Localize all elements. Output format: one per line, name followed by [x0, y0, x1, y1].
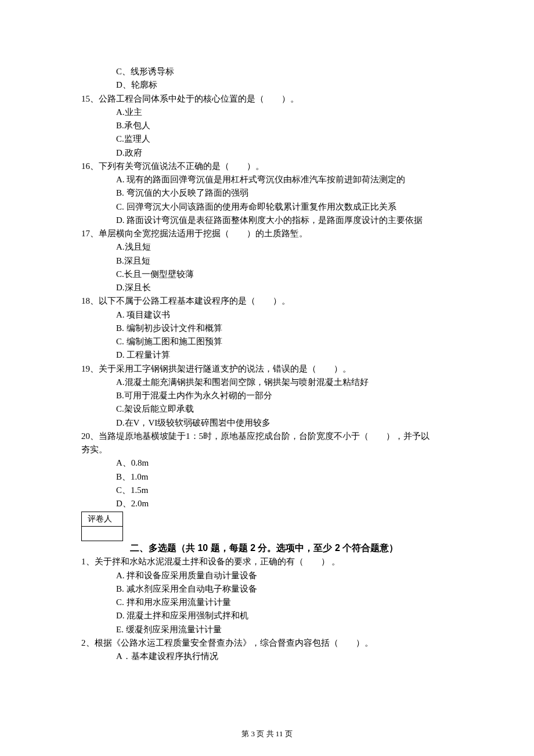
option-d-q20[interactable]: D、2.0m — [81, 497, 453, 510]
option-d-q16[interactable]: D. 路面设计弯沉值是表征路面整体刚度大小的指标，是路面厚度设计的主要依据 — [81, 214, 453, 227]
scorer-label-cell: 评卷人 — [82, 512, 123, 527]
option-a-mq1[interactable]: A. 拌和设备应采用质量自动计量设备 — [81, 569, 453, 582]
option-b-q18[interactable]: B. 编制初步设计文件和概算 — [81, 322, 453, 335]
option-c-q16[interactable]: C. 回弹弯沉大小同该路面的使用寿命即轮载累计重复作用次数成正比关系 — [81, 200, 453, 214]
option-c-q14[interactable]: C、线形诱导标 — [81, 65, 453, 78]
scorer-box: 评卷人 — [81, 512, 123, 541]
option-c-q17[interactable]: C.长且一侧型壁较薄 — [81, 268, 453, 281]
option-a-q16[interactable]: A. 现有的路面回弹弯沉值是用杠杆式弯沉仪由标准汽车按前进卸荷法测定的 — [81, 173, 453, 186]
option-b-q19[interactable]: B.可用于混凝土内作为永久衬砌的一部分 — [81, 389, 453, 402]
option-a-q15[interactable]: A.业主 — [81, 106, 453, 119]
option-d-mq1[interactable]: D. 混凝土拌和应采用强制式拌和机 — [81, 609, 453, 622]
option-c-q18[interactable]: C. 编制施工图和施工图预算 — [81, 335, 453, 348]
scorer-empty-cell — [82, 526, 123, 541]
option-b-q20[interactable]: B、1.0m — [81, 470, 453, 484]
option-a-q17[interactable]: A.浅且短 — [81, 240, 453, 254]
option-b-q16[interactable]: B. 弯沉值的大小反映了路面的强弱 — [81, 186, 453, 200]
option-b-q17[interactable]: B.深且短 — [81, 254, 453, 268]
option-e-mq1[interactable]: E. 缓凝剂应采用流量计计量 — [81, 623, 453, 636]
question-15-stem: 15、公路工程合同体系中处于的核心位置的是（ ）。 — [81, 92, 453, 106]
question-16-stem: 16、下列有关弯沉值说法不正确的是（ ）。 — [81, 160, 453, 173]
option-a-mq2[interactable]: A．基本建设程序执行情况 — [81, 650, 453, 663]
option-c-q19[interactable]: C.架设后能立即承载 — [81, 402, 453, 416]
option-d-q14[interactable]: D、轮廓标 — [81, 78, 453, 92]
option-a-q18[interactable]: A. 项目建议书 — [81, 308, 453, 322]
option-c-mq1[interactable]: C. 拌和用水应采用流量计计量 — [81, 596, 453, 609]
section-two-title: 二、多选题（共 10 题，每题 2 分。选项中，至少 2 个符合题意） — [130, 541, 453, 556]
question-18-stem: 18、以下不属于公路工程基本建设程序的是（ ）。 — [81, 294, 453, 308]
option-c-q20[interactable]: C、1.5m — [81, 484, 453, 497]
section-two-header: 评卷人 — [81, 512, 453, 541]
option-d-q19[interactable]: D.在V，VI级较软弱破碎围岩中使用较多 — [81, 416, 453, 430]
option-d-q15[interactable]: D.政府 — [81, 146, 453, 160]
multi-q1-stem: 1、关于拌和水站水泥混凝土拌和设备的要求，正确的有（ ） 。 — [81, 555, 453, 568]
option-d-q17[interactable]: D.深且长 — [81, 281, 453, 294]
multi-q2-stem: 2、根据《公路水运工程质量安全督查办法》，综合督查内容包括（ ）。 — [81, 636, 453, 650]
question-20-stem-line2: 夯实。 — [81, 443, 453, 456]
question-17-stem: 17、单层横向全宽挖掘法适用于挖掘（ ）的土质路堑。 — [81, 227, 453, 240]
question-20-stem-line1: 20、当路堤原地基横坡陡于1：5时，原地基应挖成台阶，台阶宽度不小于（ ），并予… — [81, 430, 453, 443]
option-d-q18[interactable]: D. 工程量计算 — [81, 348, 453, 362]
option-b-mq1[interactable]: B. 减水剂应采用全自动电子称量设备 — [81, 582, 453, 596]
option-b-q15[interactable]: B.承包人 — [81, 119, 453, 132]
question-19-stem: 19、关于采用工字钢钢拱架进行隧道支护的说法，错误的是（ ）。 — [81, 362, 453, 376]
option-a-q19[interactable]: A.混凝土能充满钢拱架和围岩间空隙，钢拱架与喷射混凝土粘结好 — [81, 376, 453, 389]
option-c-q15[interactable]: C.监理人 — [81, 132, 453, 146]
option-a-q20[interactable]: A、0.8m — [81, 456, 453, 470]
page-footer: 第 3 页 共 11 页 — [0, 728, 534, 740]
